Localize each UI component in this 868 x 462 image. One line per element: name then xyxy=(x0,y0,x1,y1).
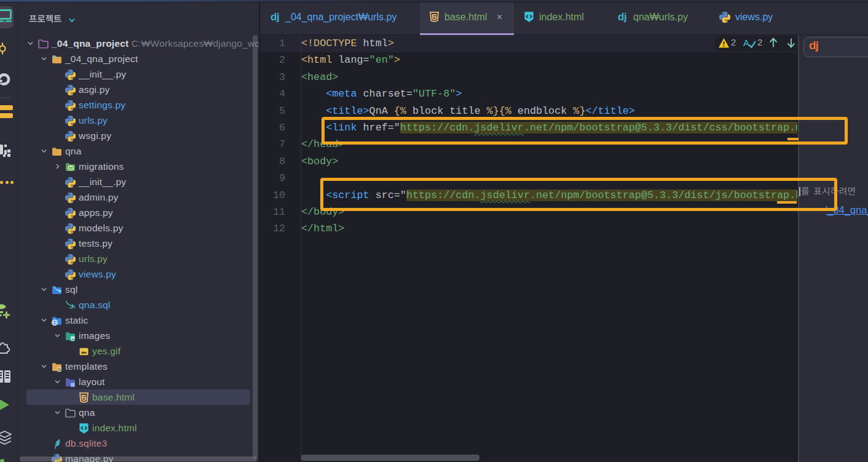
svg-text:A: A xyxy=(743,38,749,48)
